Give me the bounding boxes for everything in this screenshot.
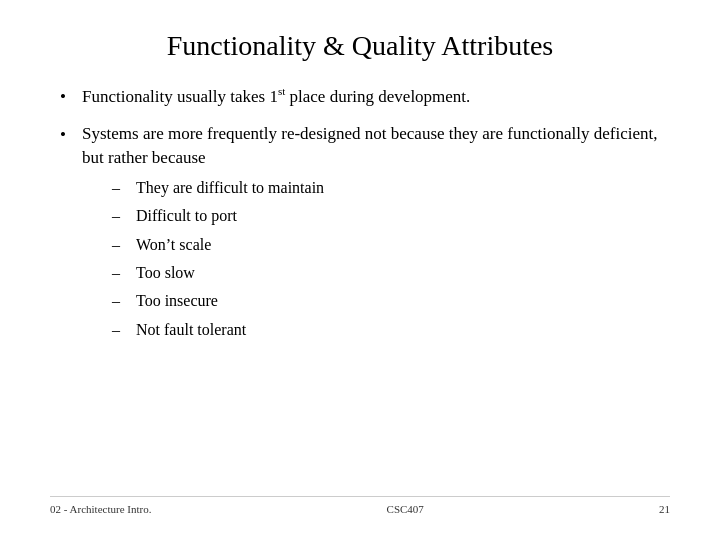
footer-left: 02 - Architecture Intro. bbox=[50, 503, 151, 515]
slide-title: Functionality & Quality Attributes bbox=[50, 30, 670, 62]
bullet-item-2: • Systems are more frequently re-designe… bbox=[60, 122, 670, 348]
dash-4: – bbox=[112, 262, 132, 284]
sub-item-3: – Won’t scale bbox=[112, 234, 670, 256]
bullet-item-1: • Functionality usually takes 1st place … bbox=[60, 84, 670, 110]
sub-item-text-6: Not fault tolerant bbox=[136, 319, 246, 341]
dash-2: – bbox=[112, 205, 132, 227]
bullet-dot-2: • bbox=[60, 123, 82, 148]
sub-item-4: – Too slow bbox=[112, 262, 670, 284]
sub-item-6: – Not fault tolerant bbox=[112, 319, 670, 341]
sub-item-text-4: Too slow bbox=[136, 262, 195, 284]
slide-content: • Functionality usually takes 1st place … bbox=[50, 84, 670, 486]
footer-center: CSC407 bbox=[387, 503, 424, 515]
bullet-text-1: Functionality usually takes 1st place du… bbox=[82, 84, 670, 109]
slide-footer: 02 - Architecture Intro. CSC407 21 bbox=[50, 496, 670, 515]
slide: Functionality & Quality Attributes • Fun… bbox=[0, 0, 720, 540]
bullet-text-2-content: Systems are more frequently re-designed … bbox=[82, 124, 657, 168]
footer-right: 21 bbox=[659, 503, 670, 515]
bullet-dot-1: • bbox=[60, 85, 82, 110]
dash-6: – bbox=[112, 319, 132, 341]
sub-item-5: – Too insecure bbox=[112, 290, 670, 312]
sub-list: – They are difficult to maintain – Diffi… bbox=[82, 177, 670, 341]
dash-1: – bbox=[112, 177, 132, 199]
bullet-text-1-before-sup: Functionality usually takes 1 bbox=[82, 87, 278, 106]
sub-item-text-5: Too insecure bbox=[136, 290, 218, 312]
sub-item-1: – They are difficult to maintain bbox=[112, 177, 670, 199]
bullet-text-2: Systems are more frequently re-designed … bbox=[82, 122, 670, 348]
bullet-text-1-after-sup: place during development. bbox=[285, 87, 470, 106]
sub-item-text-3: Won’t scale bbox=[136, 234, 211, 256]
sub-item-2: – Difficult to port bbox=[112, 205, 670, 227]
dash-3: – bbox=[112, 234, 132, 256]
sub-item-text-1: They are difficult to maintain bbox=[136, 177, 324, 199]
dash-5: – bbox=[112, 290, 132, 312]
sub-item-text-2: Difficult to port bbox=[136, 205, 237, 227]
